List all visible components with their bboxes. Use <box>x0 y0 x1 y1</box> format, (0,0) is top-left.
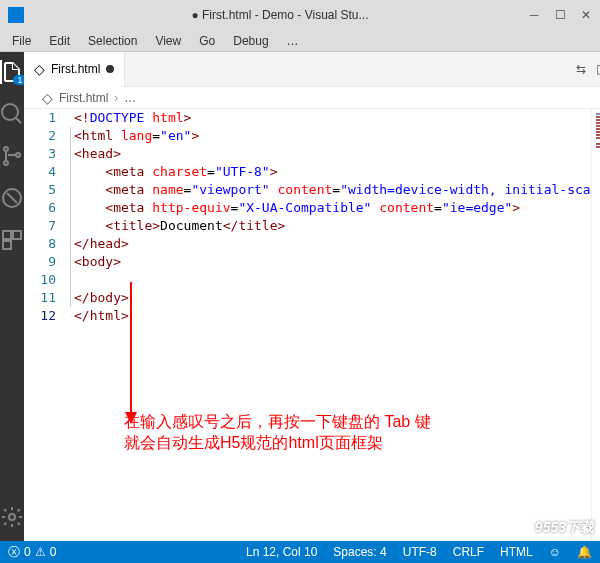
code-line[interactable]: </head> <box>74 235 591 253</box>
activity-debug[interactable] <box>0 186 24 210</box>
status-cursor[interactable]: Ln 12, Col 10 <box>238 545 325 559</box>
window-title: ● First.html - Demo - Visual Stu... <box>32 8 528 22</box>
tab-label: First.html <box>51 62 100 76</box>
status-feedback[interactable]: ☺ <box>541 545 569 559</box>
code-line[interactable]: <!DOCTYPE html> <box>74 109 591 127</box>
line-gutter: 123456789101112 <box>24 109 70 541</box>
status-errors[interactable]: ⓧ0 ⚠0 <box>0 544 64 561</box>
breadcrumb-segment[interactable]: First.html <box>59 91 108 105</box>
annotation-text: 在输入感叹号之后，再按一下键盘的 Tab 键 就会自动生成H5规范的html页面… <box>124 412 431 454</box>
line-number: 3 <box>24 145 56 163</box>
svg-rect-3 <box>3 241 11 249</box>
code-line[interactable]: <html lang="en"> <box>74 127 591 145</box>
code-line[interactable]: <body> <box>74 253 591 271</box>
status-eol[interactable]: CRLF <box>445 545 492 559</box>
menu-more[interactable]: … <box>279 32 307 50</box>
line-number: 10 <box>24 271 56 289</box>
minimap[interactable] <box>591 109 600 541</box>
annotation-line2: 就会自动生成H5规范的html页面框架 <box>124 433 431 454</box>
menu-go[interactable]: Go <box>191 32 223 50</box>
svg-point-4 <box>9 514 15 520</box>
window-controls: ─ ☐ ✕ <box>528 9 592 21</box>
menu-view[interactable]: View <box>147 32 189 50</box>
menu-file[interactable]: File <box>4 32 39 50</box>
status-lang[interactable]: HTML <box>492 545 541 559</box>
line-number: 11 <box>24 289 56 307</box>
line-number: 7 <box>24 217 56 235</box>
error-icon: ⓧ <box>8 544 20 561</box>
menu-debug[interactable]: Debug <box>225 32 276 50</box>
compare-changes-icon[interactable]: ⇆ <box>576 62 586 76</box>
line-number: 5 <box>24 181 56 199</box>
breadcrumb-trail: … <box>124 91 136 105</box>
tabs-bar: ◇ First.html ⇆ ◫ ⋯ <box>24 52 600 87</box>
annotation-line1: 在输入感叹号之后，再按一下键盘的 Tab 键 <box>124 412 431 433</box>
warning-icon: ⚠ <box>35 545 46 559</box>
code-line[interactable] <box>74 271 591 289</box>
svg-rect-1 <box>3 231 11 239</box>
line-number: 12 <box>24 307 56 325</box>
file-icon: ◇ <box>42 90 53 106</box>
activity-extensions[interactable] <box>0 228 24 252</box>
code-line[interactable]: <head> <box>74 145 591 163</box>
menu-edit[interactable]: Edit <box>41 32 78 50</box>
status-encoding[interactable]: UTF-8 <box>395 545 445 559</box>
line-number: 2 <box>24 127 56 145</box>
activity-scm[interactable] <box>0 144 24 168</box>
line-number: 6 <box>24 199 56 217</box>
activity-settings[interactable] <box>0 505 24 529</box>
code-line[interactable]: <meta name="viewport" content="width=dev… <box>74 181 591 199</box>
code-line[interactable]: </body> <box>74 289 591 307</box>
file-icon: ◇ <box>34 61 45 77</box>
line-number: 4 <box>24 163 56 181</box>
chevron-right-icon: › <box>114 91 118 105</box>
code-line[interactable]: <meta charset="UTF-8"> <box>74 163 591 181</box>
split-editor-icon[interactable]: ◫ <box>596 62 600 76</box>
annotation-arrow <box>130 282 137 424</box>
statusbar: ⓧ0 ⚠0 Ln 12, Col 10 Spaces: 4 UTF-8 CRLF… <box>0 541 600 563</box>
line-number: 1 <box>24 109 56 127</box>
menubar: File Edit Selection View Go Debug … <box>0 30 600 52</box>
code-content[interactable]: <!DOCTYPE html><html lang="en"><head> <m… <box>70 109 591 541</box>
line-number: 8 <box>24 235 56 253</box>
titlebar: ● First.html - Demo - Visual Stu... ─ ☐ … <box>0 0 600 30</box>
tab-actions: ⇆ ◫ ⋯ <box>566 62 600 76</box>
minimize-button[interactable]: ─ <box>528 9 540 21</box>
app-icon <box>8 7 24 23</box>
maximize-button[interactable]: ☐ <box>554 9 566 21</box>
tab-first-html[interactable]: ◇ First.html <box>24 52 125 87</box>
code-line[interactable]: <meta http-equiv="X-UA-Compatible" conte… <box>74 199 591 217</box>
dirty-indicator-icon <box>106 65 114 73</box>
main-area: 1 ◇ First.html ⇆ ◫ ⋯ <box>0 52 600 541</box>
status-spaces[interactable]: Spaces: 4 <box>325 545 394 559</box>
activity-explorer[interactable]: 1 <box>0 60 24 84</box>
menu-selection[interactable]: Selection <box>80 32 145 50</box>
code-line[interactable]: </html> <box>74 307 591 325</box>
code-line[interactable]: <title>Document</title> <box>74 217 591 235</box>
line-number: 9 <box>24 253 56 271</box>
watermark: 9553下载 <box>535 519 594 537</box>
close-button[interactable]: ✕ <box>580 9 592 21</box>
activitybar: 1 <box>0 52 24 541</box>
breadcrumb[interactable]: ◇ First.html › … <box>24 87 600 109</box>
svg-rect-2 <box>13 231 21 239</box>
activity-search[interactable] <box>0 102 24 126</box>
editor-area: ◇ First.html ⇆ ◫ ⋯ ◇ First.html › … 1234… <box>24 52 600 541</box>
status-notifications-icon[interactable]: 🔔 <box>569 545 600 559</box>
code-editor[interactable]: 123456789101112 <!DOCTYPE html><html lan… <box>24 109 600 541</box>
